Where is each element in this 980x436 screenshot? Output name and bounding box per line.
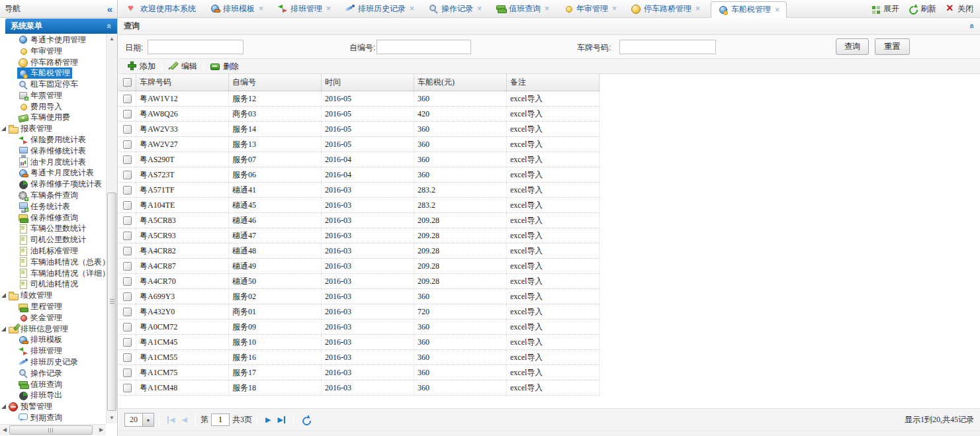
scroll-down-icon[interactable]: ▼ (107, 414, 117, 423)
row-checkbox[interactable] (123, 338, 132, 347)
sidebar-tree-item[interactable]: 里程管理 (0, 301, 106, 312)
self-number-input[interactable] (377, 40, 471, 54)
last-page-button[interactable]: ▶ (277, 416, 285, 423)
expand-arrow-icon[interactable] (1, 293, 6, 298)
column-header[interactable]: 备注 (507, 74, 600, 91)
scroll-left-icon[interactable]: ◀ (0, 425, 9, 435)
tab[interactable]: 排班模板 (206, 0, 267, 18)
sidebar-tree-item[interactable]: 停车路桥管理 (0, 57, 106, 68)
row-checkbox[interactable] (123, 171, 132, 179)
sidebar-tree-item[interactable]: 排班管理 (0, 345, 106, 357)
prev-page-button[interactable]: ◀ (181, 416, 187, 423)
table-row[interactable]: 粤A104TE 穗通45 2016-03 283.2 excel导入 (118, 198, 600, 213)
table-row[interactable]: 粤A432Y0 商务01 2016-03 720 excel导入 (118, 304, 600, 320)
sidebar-tree-item[interactable]: 费用导入 (0, 101, 106, 112)
row-checkbox[interactable] (123, 308, 132, 316)
table-row[interactable]: 粤A0CM72 服务09 2016-03 360 excel导入 (118, 320, 600, 335)
next-page-button[interactable]: ▶ (265, 416, 271, 423)
table-row[interactable]: 粤AS290T 服务07 2016-04 360 excel导入 (118, 152, 600, 167)
date-input[interactable] (148, 40, 244, 54)
row-checkbox[interactable] (123, 323, 132, 331)
sidebar-tree-item[interactable]: 任务统计表 (0, 201, 106, 212)
reset-button[interactable]: 重置 (875, 38, 910, 55)
table-row[interactable]: 粤AW8Q26 商务03 2016-05 420 excel导入 (118, 107, 600, 122)
page-size-select[interactable]: 20 (124, 413, 154, 427)
row-checkbox[interactable] (123, 277, 132, 286)
scroll-up-icon[interactable]: ▲ (107, 34, 117, 44)
table-row[interactable]: 粤A571TF 穗通41 2016-03 283.2 excel导入 (118, 183, 600, 198)
tab[interactable]: 值班查询 (492, 0, 553, 18)
tab-close-icon[interactable] (695, 5, 700, 13)
sidebar-tree-item[interactable]: 保养维修查询 (0, 212, 106, 224)
sidebar-tree-item[interactable]: 车船税管理 (0, 67, 106, 79)
tab-close-icon[interactable] (410, 5, 414, 13)
row-checkbox[interactable] (123, 110, 132, 118)
table-row[interactable]: 粤A1CM75 服务17 2016-03 360 excel导入 (118, 365, 600, 380)
expand-arrow-icon[interactable] (1, 126, 6, 131)
reload-icon[interactable] (301, 415, 312, 425)
table-row[interactable]: 粤A1CM55 服务16 2016-03 360 excel导入 (118, 350, 600, 365)
tab[interactable]: 停车路桥管理 (627, 0, 703, 18)
tab[interactable]: 车船税管理 (711, 1, 787, 18)
table-row[interactable]: 粤AW2V27 服务13 2016-05 360 excel导入 (118, 137, 600, 152)
row-checkbox[interactable] (123, 232, 132, 240)
table-row[interactable]: 粤A4CR82 穗通48 2016-03 209.28 excel导入 (118, 243, 600, 259)
sidebar-tree-item[interactable]: 值班查询 (0, 379, 106, 390)
table-row[interactable]: 粤AW2V33 服务14 2016-05 360 excel导入 (118, 122, 600, 137)
sidebar-tree-item[interactable]: 油耗标准管理 (0, 245, 106, 257)
expand-arrow-icon[interactable] (1, 404, 6, 409)
sidebar-tree-item[interactable]: 司机公里数统计 (0, 234, 106, 245)
select-all-checkbox[interactable] (123, 78, 132, 87)
sidebar-tree-item[interactable]: 粤通卡月度统计表 (0, 168, 106, 179)
table-row[interactable]: 粤A1CM48 服务18 2016-03 360 excel导入 (118, 380, 600, 396)
table-row[interactable]: 粤AS723T 服务06 2016-04 360 excel导入 (118, 167, 600, 183)
collapse-query-panel[interactable]: « (970, 21, 975, 31)
sidebar-tree-item[interactable]: 租车固定停车 (0, 79, 106, 90)
sidebar-tree-item[interactable]: 年审管理 (0, 46, 106, 57)
tab[interactable]: 操作记录 (425, 0, 485, 18)
row-checkbox[interactable] (123, 292, 132, 301)
column-header[interactable]: 自编号 (229, 74, 322, 91)
expand-all-button[interactable]: 展开 (871, 3, 899, 15)
sidebar-tree-item[interactable]: 保险费用统计表 (0, 134, 106, 146)
tab-close-icon[interactable] (477, 5, 482, 13)
row-checkbox[interactable] (123, 140, 132, 149)
sidebar-vertical-scrollbar[interactable]: ▲ ▼ (106, 34, 117, 423)
first-page-button[interactable]: ◀ (167, 416, 175, 423)
tab[interactable]: 年审管理 (560, 0, 620, 18)
sidebar-tree-item[interactable]: 车辆公里数统计 (0, 224, 106, 235)
table-row[interactable]: 粤A699Y3 服务02 2016-03 360 excel导入 (118, 289, 600, 304)
column-header[interactable]: 车牌号码 (136, 74, 229, 91)
page-number-input[interactable] (211, 414, 230, 426)
tab[interactable]: 欢迎使用本系统 (124, 0, 199, 18)
table-row[interactable]: 粤A5CR93 穗通47 2016-03 209.28 excel导入 (118, 228, 600, 243)
column-header[interactable]: 时间 (322, 74, 414, 91)
collapse-sidebar-icon[interactable]: « (107, 4, 112, 14)
delete-button[interactable]: 删除 (204, 61, 244, 72)
sidebar-horizontal-scrollbar[interactable]: ◀ ▶ (0, 424, 106, 435)
column-header[interactable]: 车船税(元) (414, 74, 507, 91)
chevron-down-icon[interactable] (142, 413, 154, 427)
row-checkbox[interactable] (123, 155, 132, 164)
add-button[interactable]: 添加 (121, 61, 161, 72)
row-checkbox[interactable] (123, 216, 132, 225)
plate-number-input[interactable] (619, 40, 716, 54)
row-checkbox[interactable] (123, 95, 132, 103)
table-row[interactable]: 粤A4CR87 穗通49 2016-03 209.28 excel导入 (118, 259, 600, 274)
horizontal-scroll-thumb[interactable] (9, 425, 93, 435)
tab[interactable]: 排班管理 (274, 0, 334, 18)
sidebar-tree-item[interactable]: 保养维修子项统计表 (0, 179, 106, 190)
row-checkbox[interactable] (123, 369, 132, 377)
system-menu-header[interactable]: 系统菜单 « (5, 19, 117, 34)
table-row[interactable]: 粤A5CR83 穗通46 2016-03 209.28 excel导入 (118, 213, 600, 228)
row-checkbox[interactable] (123, 201, 132, 210)
tab[interactable]: 排班历史记录 (341, 0, 418, 18)
search-button[interactable]: 查询 (836, 38, 869, 55)
sidebar-tree-item[interactable]: 报表管理 (0, 123, 106, 134)
close-all-button[interactable]: 关闭 (945, 3, 973, 15)
row-checkbox[interactable] (123, 353, 132, 362)
sidebar-tree-item[interactable]: 车辆油耗情况（总表） (0, 257, 106, 268)
sidebar-tree-item[interactable]: 预警管理 (0, 401, 106, 412)
table-row[interactable]: 粤AW1V12 服务12 2016-05 360 excel导入 (118, 91, 600, 107)
tab-close-icon[interactable] (545, 5, 549, 13)
